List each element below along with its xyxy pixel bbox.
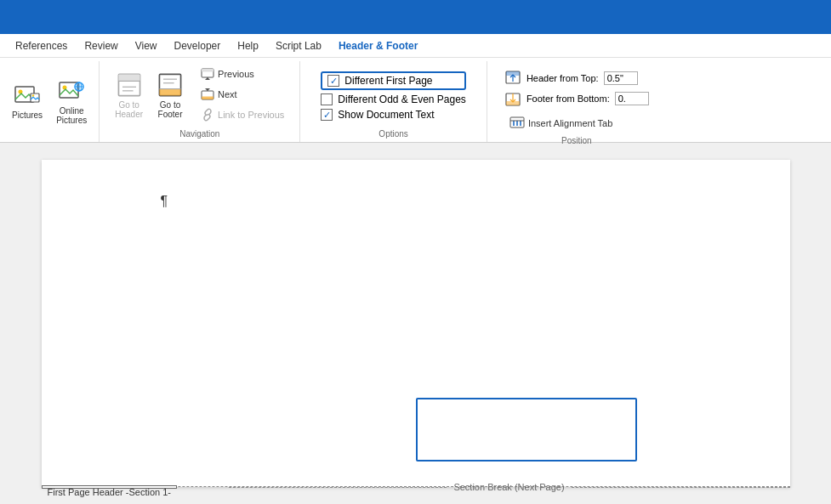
section-break-label: Section Break (Next Page) (447, 482, 571, 492)
next-button[interactable]: Next (196, 85, 289, 104)
link-to-previous-label: Link to Previous (218, 110, 284, 120)
link-icon (201, 108, 214, 122)
menu-developer[interactable]: Developer (166, 37, 230, 55)
header-from-top-row: Header from Top: (504, 70, 649, 87)
show-doc-text-row[interactable]: ✓ Show Document Text (321, 109, 466, 121)
svg-rect-16 (159, 89, 180, 96)
ribbon-group-options: ✓ Different First Page Different Odd & E… (300, 61, 487, 142)
pictures-label: Pictures (12, 110, 43, 120)
ribbon-group-navigation: Go to Header Go to Footer (100, 61, 300, 142)
pictures-button[interactable]: Pictures (7, 71, 48, 132)
insert-alignment-tab-button[interactable]: Insert Alignment Tab (504, 112, 649, 134)
navigation-group-label: Navigation (179, 127, 219, 142)
diff-odd-even-row[interactable]: Different Odd & Even Pages (321, 93, 466, 105)
goto-footer-icon (157, 71, 184, 99)
menu-review[interactable]: Review (76, 37, 126, 55)
next-icon (201, 88, 214, 101)
menu-references[interactable]: References (7, 37, 76, 55)
insert-alignment-tab-label: Insert Alignment Tab (528, 118, 612, 128)
online-pictures-icon (58, 77, 85, 105)
header-active-box[interactable] (416, 398, 637, 462)
menu-help[interactable]: Help (229, 37, 267, 55)
nav-small-buttons: Previous Next Link to (196, 65, 289, 124)
show-doc-text-checkbox[interactable]: ✓ (321, 109, 333, 121)
menu-scriptlab[interactable]: Script Lab (267, 37, 330, 55)
ribbon-group-insert: Pictures OnlinePictures (0, 61, 100, 142)
goto-header-label: Go to Header (115, 100, 143, 119)
document-page: ¶ First Page Header -Section 1- Section … (42, 160, 790, 487)
navigation-buttons: Go to Header Go to Footer (110, 65, 289, 127)
goto-header-icon (116, 71, 143, 99)
menu-header-footer[interactable]: Header & Footer (330, 37, 426, 55)
header-from-top-icon (504, 70, 521, 87)
menu-bar: References Review View Developer Help Sc… (0, 34, 831, 58)
svg-rect-24 (202, 97, 213, 100)
header-from-top-label: Header from Top: (526, 73, 599, 83)
diff-odd-even-label: Different Odd & Even Pages (338, 93, 466, 105)
pictures-icon (14, 82, 41, 109)
diff-first-page-label: Different First Page (344, 75, 432, 87)
goto-footer-button[interactable]: Go to Footer (151, 65, 189, 126)
link-to-previous-button[interactable]: Link to Previous (196, 105, 289, 124)
ribbon: Pictures OnlinePictures (0, 58, 831, 143)
svg-point-3 (32, 94, 34, 96)
svg-rect-11 (118, 74, 139, 81)
previous-label: Previous (218, 69, 254, 79)
header-section-label: First Page Header -Section 1- (42, 485, 178, 489)
title-bar (0, 0, 831, 34)
diff-odd-even-checkbox[interactable] (321, 93, 333, 105)
document-area: ¶ First Page Header -Section 1- Section … (0, 143, 831, 504)
previous-icon (201, 67, 214, 81)
paragraph-mark: ¶ (161, 194, 168, 209)
diff-first-page-row[interactable]: ✓ Different First Page (321, 71, 466, 90)
options-checkboxes: ✓ Different First Page Different Odd & E… (310, 68, 476, 121)
next-label: Next (218, 89, 237, 99)
ribbon-group-position: Header from Top: Footer from Bottom: (487, 61, 666, 142)
position-group-label: Position (561, 134, 592, 149)
insert-buttons: Pictures OnlinePictures (7, 65, 92, 137)
show-doc-text-label: Show Document Text (338, 109, 434, 121)
footer-from-bottom-label: Footer from Bottom: (526, 93, 610, 104)
svg-rect-21 (202, 69, 213, 72)
footer-from-bottom-row: Footer from Bottom: (504, 90, 649, 107)
header-from-top-input[interactable] (604, 71, 638, 85)
position-fields: Header from Top: Footer from Bottom: (498, 66, 656, 134)
goto-header-button[interactable]: Go to Header (110, 65, 148, 126)
footer-from-bottom-icon (504, 90, 521, 107)
options-group-label: Options (379, 127, 407, 142)
menu-view[interactable]: View (127, 37, 166, 55)
online-pictures-label: OnlinePictures (56, 106, 87, 125)
online-pictures-button[interactable]: OnlinePictures (51, 71, 92, 132)
diff-first-page-checkbox[interactable]: ✓ (327, 75, 339, 87)
footer-from-bottom-input[interactable] (615, 92, 649, 105)
goto-footer-label: Go to Footer (158, 100, 183, 119)
alignment-tab-icon (509, 115, 525, 132)
previous-button[interactable]: Previous (196, 65, 289, 83)
